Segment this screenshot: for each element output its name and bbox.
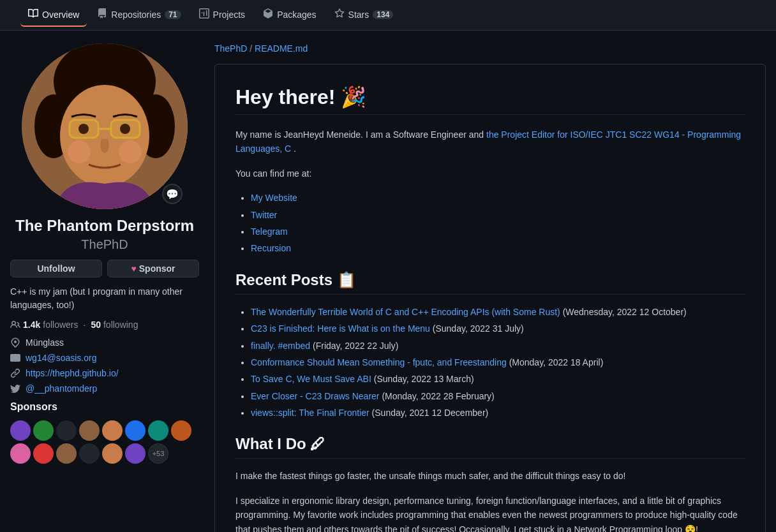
email-icon — [10, 353, 20, 363]
website-link[interactable]: https://thephd.github.io/ — [26, 368, 119, 378]
what-i-do-p2: I specialize in ergonomic library design… — [235, 494, 745, 532]
post-date-0: (Wednesday, 2022 12 October) — [563, 307, 687, 317]
intro-text-before: My name is JeanHeyd Meneide. I am a Soft… — [235, 129, 484, 140]
sponsor-avatar-7[interactable] — [148, 420, 168, 441]
sponsor-avatar-9[interactable] — [10, 443, 31, 464]
twitter-link-readme[interactable]: Twitter — [251, 210, 277, 220]
followers-count: 1.4k — [23, 320, 40, 330]
post-date-6: (Sunday, 2021 12 December) — [372, 408, 489, 418]
sponsor-avatar-8[interactable] — [171, 420, 191, 441]
sponsor-avatar-12[interactable] — [79, 443, 100, 464]
sponsor-avatars: +53 — [10, 420, 199, 464]
sponsor-avatar-11[interactable] — [56, 443, 77, 464]
readme-card: Hey there! 🎉 My name is JeanHeyd Meneide… — [214, 64, 766, 532]
sponsor-avatar-10[interactable] — [33, 443, 54, 464]
intro-period: . — [294, 144, 296, 154]
tab-repositories[interactable]: Repositories 71 — [89, 3, 188, 27]
profile-name: The Phantom Derpstorm — [10, 217, 199, 235]
location-text: Münglass — [26, 337, 64, 348]
readme-heading-3: What I Do 🖊 — [235, 435, 745, 459]
readme-heading-2: Recent Posts 📋 — [235, 271, 745, 295]
breadcrumb-file-link[interactable]: README.md — [255, 43, 308, 54]
sponsor-more-button[interactable]: +53 — [148, 443, 168, 464]
sponsor-avatar-6[interactable] — [125, 420, 146, 441]
sponsor-avatar-1[interactable] — [10, 420, 31, 441]
post-date-2: (Friday, 2022 22 July) — [313, 341, 398, 351]
post-date-3: (Monday, 2022 18 April) — [509, 357, 604, 367]
telegram-link[interactable]: Telegram — [251, 226, 288, 237]
post-link-5[interactable]: Ever Closer - C23 Draws Nearer — [251, 391, 380, 401]
twitter-link[interactable]: @__phantomderp — [26, 383, 97, 394]
post-link-4[interactable]: To Save C, We Must Save ABI — [251, 374, 371, 384]
star-icon — [334, 8, 345, 20]
sponsors-section: Sponsors +53 — [10, 401, 199, 464]
list-item: C23 is Finished: Here is What is on the … — [251, 321, 745, 336]
post-date-4: (Sunday, 2022 13 March) — [374, 374, 474, 384]
package-icon — [263, 8, 273, 20]
follow-stats: 1.4k followers · 50 following — [10, 320, 199, 330]
post-link-6[interactable]: views::split: The Final Frontier — [251, 408, 369, 418]
tab-projects-label: Projects — [213, 10, 246, 20]
profile-bio: C++ is my jam (but I program in many oth… — [10, 285, 199, 312]
list-item: Twitter — [251, 208, 745, 222]
breadcrumb-user-link[interactable]: ThePhD — [214, 43, 247, 54]
post-link-3[interactable]: Conformance Should Mean Something - fput… — [251, 357, 507, 367]
avatar-artwork — [22, 43, 188, 209]
profile-meta: Münglass wg14@soasis.org https://thephd.… — [10, 337, 199, 394]
twitter-icon — [10, 383, 20, 394]
tab-overview[interactable]: Overview — [20, 3, 87, 27]
people-icon — [10, 320, 20, 330]
unfollow-button[interactable]: Unfollow — [10, 260, 102, 277]
svg-point-13 — [119, 140, 142, 163]
following-label: following — [103, 320, 138, 330]
my-website-link[interactable]: My Website — [251, 193, 297, 203]
followers-label: followers — [43, 320, 78, 330]
list-item: views::split: The Final Frontier (Sunday… — [251, 406, 745, 420]
list-item: Conformance Should Mean Something - fput… — [251, 355, 745, 369]
post-date-1: (Sunday, 2022 31 July) — [433, 323, 524, 334]
post-link-0[interactable]: The Wonderfully Terrible World of C and … — [251, 307, 560, 317]
repo-icon — [97, 8, 107, 20]
breadcrumb-separator: / — [250, 43, 252, 54]
tab-projects[interactable]: Projects — [191, 3, 253, 27]
tab-stars[interactable]: Stars 134 — [327, 3, 401, 27]
sponsor-avatar-14[interactable] — [125, 443, 146, 464]
sponsors-title: Sponsors — [10, 401, 199, 413]
main-content: ThePhD / README.md Hey there! 🎉 My name … — [214, 43, 766, 532]
sponsor-avatar-5[interactable] — [102, 420, 123, 441]
readme-intro: My name is JeanHeyd Meneide. I am a Soft… — [235, 128, 745, 156]
avatar — [22, 43, 188, 209]
list-item: Recursion — [251, 241, 745, 255]
nav-tabs: Overview Repositories 71 Projects — [10, 3, 401, 27]
top-navigation: Overview Repositories 71 Projects — [0, 0, 776, 31]
repositories-badge: 71 — [165, 10, 181, 19]
list-item: Ever Closer - C23 Draws Nearer (Monday, … — [251, 389, 745, 403]
sponsor-avatar-4[interactable] — [79, 420, 100, 441]
sponsor-avatar-3[interactable] — [56, 420, 77, 441]
breadcrumb-filename: README — [255, 43, 293, 54]
post-link-2[interactable]: finally. #embed — [251, 341, 310, 351]
what-i-do-p1: I make the fastest things go faster, the… — [235, 469, 745, 483]
email-link[interactable]: wg14@soasis.org — [26, 353, 97, 363]
profile-username: ThePhD — [10, 237, 199, 252]
meta-twitter: @__phantomderp — [10, 383, 199, 394]
post-link-1[interactable]: C23 is Finished: Here is What is on the … — [251, 323, 430, 334]
recursion-link[interactable]: Recursion — [251, 243, 291, 253]
sponsor-avatar-2[interactable] — [33, 420, 54, 441]
tab-repositories-label: Repositories — [111, 10, 161, 20]
sponsor-avatar-13[interactable] — [102, 443, 123, 464]
book-icon — [28, 8, 38, 20]
tab-packages[interactable]: Packages — [255, 3, 324, 27]
sponsor-button[interactable]: ♥ Sponsor — [107, 260, 199, 277]
svg-point-10 — [78, 124, 89, 134]
svg-point-12 — [68, 140, 91, 163]
post-date-5: (Monday, 2022 28 February) — [382, 391, 494, 401]
tab-stars-label: Stars — [348, 10, 369, 20]
meta-email: wg14@soasis.org — [10, 353, 199, 363]
list-item: My Website — [251, 191, 745, 205]
links-list: My Website Twitter Telegram Recursion — [235, 191, 745, 256]
location-icon — [10, 337, 20, 348]
list-item: The Wonderfully Terrible World of C and … — [251, 305, 745, 319]
tab-packages-label: Packages — [277, 10, 316, 20]
profile-actions: Unfollow ♥ Sponsor — [10, 260, 199, 277]
